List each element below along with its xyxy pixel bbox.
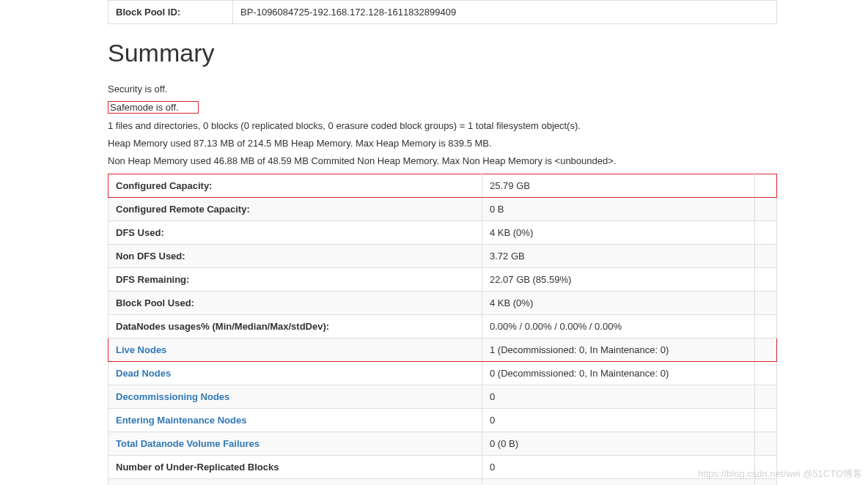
summary-row-label[interactable]: Total Datanode Volume Failures (108, 432, 482, 456)
summary-row-value: 0 (482, 456, 755, 479)
summary-row-pad (755, 385, 777, 409)
table-row: Non DFS Used:3.72 GB (108, 245, 777, 268)
summary-row-pad (755, 409, 777, 432)
block-pool-id-label: Block Pool ID: (108, 1, 233, 24)
summary-row-label[interactable]: Entering Maintenance Nodes (108, 409, 482, 432)
heap-memory-status: Heap Memory used 87.13 MB of 214.5 MB He… (108, 138, 777, 149)
summary-row-value: 0 (482, 385, 755, 409)
table-row: Number of Under-Replicated Blocks0 (108, 456, 777, 479)
summary-row-label[interactable]: Live Nodes (108, 338, 482, 362)
summary-status-block: Security is off. Safemode is off. 1 file… (108, 84, 777, 166)
summary-row-value: 0 (482, 479, 755, 486)
table-row: DFS Used:4 KB (0%) (108, 221, 777, 245)
table-row: Configured Remote Capacity:0 B (108, 198, 777, 221)
summary-row-label: Configured Remote Capacity: (108, 198, 482, 221)
summary-row-value: 4 KB (0%) (482, 221, 755, 245)
table-row: Total Datanode Volume Failures0 (0 B) (108, 432, 777, 456)
summary-table: Configured Capacity:25.79 GBConfigured R… (108, 174, 777, 485)
summary-row-value: 0 B (482, 198, 755, 221)
summary-row-value: 0 (Decommissioned: 0, In Maintenance: 0) (482, 362, 755, 385)
summary-row-pad (755, 245, 777, 268)
table-row: DFS Remaining:22.07 GB (85.59%) (108, 268, 777, 292)
table-row: Dead Nodes0 (Decommissioned: 0, In Maint… (108, 362, 777, 385)
summary-row-label[interactable]: Dead Nodes (108, 362, 482, 385)
nonheap-memory-status: Non Heap Memory used 46.88 MB of 48.59 M… (108, 155, 777, 166)
filesystem-status: 1 files and directories, 0 blocks (0 rep… (108, 120, 777, 131)
summary-row-value: 25.79 GB (482, 174, 755, 198)
summary-row-link[interactable]: Entering Maintenance Nodes (116, 415, 246, 426)
summary-row-label: Configured Capacity: (108, 174, 482, 198)
summary-row-value: 0 (482, 409, 755, 432)
summary-row-label: DFS Remaining: (108, 268, 482, 292)
summary-row-label: Number of Under-Replicated Blocks (108, 456, 482, 479)
table-row: Number of Blocks Pending Deletion (inclu… (108, 479, 777, 486)
summary-row-pad (755, 268, 777, 292)
summary-row-value: 3.72 GB (482, 245, 755, 268)
summary-row-label: Number of Blocks Pending Deletion (inclu… (108, 479, 482, 486)
summary-row-pad (755, 432, 777, 456)
summary-row-link[interactable]: Live Nodes (116, 344, 166, 355)
summary-row-label: Block Pool Used: (108, 292, 482, 315)
summary-row-label: DataNodes usages% (Min/Median/Max/stdDev… (108, 315, 482, 338)
summary-row-pad (755, 292, 777, 315)
summary-heading: Summary (108, 39, 777, 67)
summary-row-value: 0 (0 B) (482, 432, 755, 456)
block-pool-id-value: BP-1096084725-192.168.172.128-1611832899… (233, 1, 777, 24)
summary-row-pad (755, 362, 777, 385)
table-row: Live Nodes1 (Decommissioned: 0, In Maint… (108, 338, 777, 362)
summary-row-value: 0.00% / 0.00% / 0.00% / 0.00% (482, 315, 755, 338)
summary-row-pad (755, 456, 777, 479)
summary-row-value: 22.07 GB (85.59%) (482, 268, 755, 292)
block-pool-table: Block Pool ID: BP-1096084725-192.168.172… (108, 0, 777, 24)
summary-row-pad (755, 479, 777, 486)
safemode-status: Safemode is off. (108, 101, 199, 114)
summary-row-value: 4 KB (0%) (482, 292, 755, 315)
summary-row-pad (755, 198, 777, 221)
table-row: Block Pool Used:4 KB (0%) (108, 292, 777, 315)
table-row: Entering Maintenance Nodes0 (108, 409, 777, 432)
table-row: Decommissioning Nodes0 (108, 385, 777, 409)
summary-row-link[interactable]: Decommissioning Nodes (116, 391, 229, 402)
security-status: Security is off. (108, 84, 777, 95)
summary-row-pad (755, 338, 777, 362)
summary-row-label[interactable]: Decommissioning Nodes (108, 385, 482, 409)
summary-row-pad (755, 315, 777, 338)
summary-row-pad (755, 174, 777, 198)
table-row: Configured Capacity:25.79 GB (108, 174, 777, 198)
summary-row-link[interactable]: Dead Nodes (116, 368, 171, 379)
table-row: DataNodes usages% (Min/Median/Max/stdDev… (108, 315, 777, 338)
summary-row-link[interactable]: Total Datanode Volume Failures (116, 438, 260, 449)
summary-row-label: Non DFS Used: (108, 245, 482, 268)
summary-row-pad (755, 221, 777, 245)
summary-row-value: 1 (Decommissioned: 0, In Maintenance: 0) (482, 338, 755, 362)
summary-row-label: DFS Used: (108, 221, 482, 245)
